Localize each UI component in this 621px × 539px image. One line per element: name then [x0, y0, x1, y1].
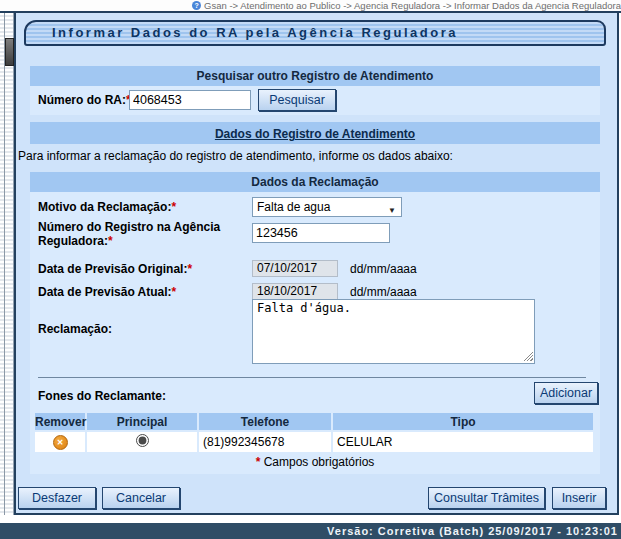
version-footer: Versão: Corretiva (Batch) 25/09/2017 - 1…: [0, 523, 621, 539]
breadcrumb: ? Gsan -> Atendimento ao Publico -> Agen…: [0, 0, 621, 13]
reclamacao-label: Reclamação:: [38, 322, 112, 336]
inserir-button[interactable]: Inserir: [552, 487, 606, 509]
instructions-text: Para informar a reclamação do registro d…: [18, 149, 453, 163]
telefone-cell: (81)992345678: [199, 432, 331, 452]
required-asterisk: *: [108, 234, 113, 248]
breadcrumb-text: Gsan -> Atendimento ao Publico -> Agenci…: [204, 0, 621, 11]
dados-ra-link[interactable]: Dados do Registro de Atendimento: [215, 127, 415, 141]
desfazer-button[interactable]: Desfazer: [18, 487, 96, 509]
ra-data-band: Dados do Registro de Atendimento: [30, 122, 600, 144]
fones-table: Remover Principal Telefone Tipo ✕: [33, 411, 595, 454]
numero-ra-input[interactable]: [129, 90, 251, 110]
tipo-cell: CELULAR: [333, 432, 593, 452]
telefone-column-header: Telefone: [199, 413, 331, 430]
search-section-header: Pesquisar outro Registro de Atendimento: [30, 66, 600, 86]
remover-cell: ✕: [35, 432, 85, 452]
footer-gap: [0, 515, 621, 523]
cancelar-button[interactable]: Cancelar: [102, 487, 180, 509]
dropdown-arrow-icon: ▼: [388, 202, 396, 220]
frame-divider: [4, 13, 5, 523]
numero-registro-input[interactable]: [252, 223, 390, 243]
section-divider: [38, 377, 586, 378]
gsan-screen: ? Gsan -> Atendimento ao Publico -> Agen…: [0, 0, 621, 539]
data-original-label: Data de Previsão Original:*: [38, 262, 192, 276]
data-original-value: 07/10/2017: [252, 260, 338, 277]
motivo-select[interactable]: Falta de agua ▼: [252, 197, 402, 217]
data-atual-hint: dd/mm/aaaa: [350, 285, 417, 299]
pesquisar-button[interactable]: Pesquisar: [258, 89, 336, 111]
frame-resize-handle[interactable]: [5, 38, 14, 66]
motivo-select-value: Falta de agua: [257, 200, 330, 214]
reclamacao-textarea[interactable]: Falta d'água.: [252, 299, 535, 364]
principal-cell: [87, 432, 197, 452]
required-asterisk: *: [187, 262, 192, 276]
data-atual-value: 18/10/2017: [252, 283, 338, 300]
required-fields-note: * Campos obrigatórios: [30, 455, 600, 469]
principal-column-header: Principal: [87, 413, 197, 430]
fone-table-row: ✕ (81)992345678 CELULAR: [35, 432, 593, 452]
required-asterisk: *: [171, 200, 176, 214]
tipo-column-header: Tipo: [333, 413, 593, 430]
motivo-label: Motivo da Reclamação:*: [38, 200, 176, 214]
data-atual-label: Data de Previsão Atual:*: [38, 285, 176, 299]
data-original-hint: dd/mm/aaaa: [350, 262, 417, 276]
remover-column-header: Remover: [35, 413, 85, 430]
complaint-section: Dados da Reclamação Motivo da Reclamação…: [30, 172, 600, 474]
left-frame-edge: [0, 13, 14, 523]
numero-ra-label: Número do RA:*: [38, 93, 131, 107]
required-asterisk: *: [256, 455, 261, 469]
main-panel: Informar Dados do RA pela Agência Regula…: [14, 13, 619, 515]
help-icon[interactable]: ?: [192, 1, 201, 10]
numero-registro-label: Número do Registro na Agência Reguladora…: [38, 220, 223, 248]
consultar-tramites-button[interactable]: Consultar Trâmites: [428, 487, 545, 509]
principal-radio[interactable]: [136, 434, 149, 447]
version-text: Versão: Corretiva (Batch) 25/09/2017 - 1…: [327, 525, 618, 537]
search-section: Pesquisar outro Registro de Atendimento …: [30, 66, 600, 115]
complaint-section-header: Dados da Reclamação: [30, 172, 600, 192]
remove-fone-icon[interactable]: ✕: [53, 435, 68, 450]
page-title: Informar Dados do RA pela Agência Regula…: [24, 20, 606, 46]
adicionar-button[interactable]: Adicionar: [534, 382, 598, 404]
required-asterisk: *: [172, 285, 177, 299]
fones-table-header-row: Remover Principal Telefone Tipo: [35, 413, 593, 430]
page-title-text: Informar Dados do RA pela Agência Regula…: [52, 25, 458, 40]
fones-label: Fones do Reclamante:: [38, 389, 166, 403]
